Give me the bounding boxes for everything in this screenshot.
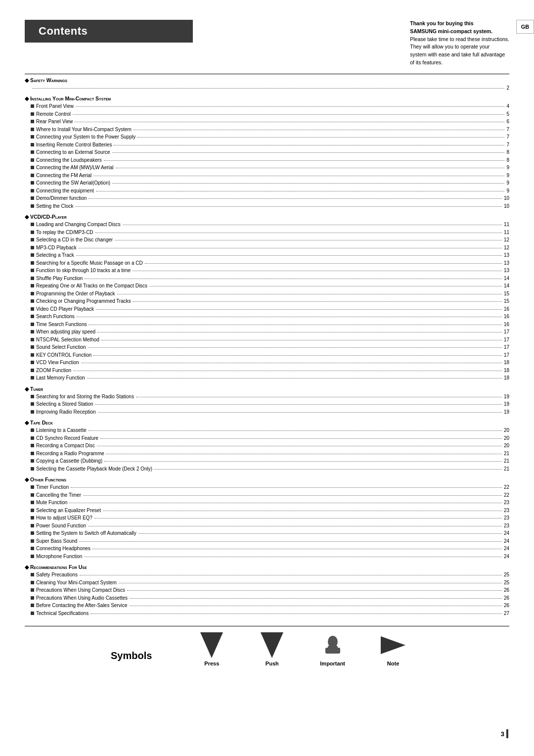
bullet-icon (31, 452, 34, 455)
toc-item-label: Shuffle Play Function (31, 275, 83, 283)
toc-item-label: Cancelling the Timer (31, 491, 81, 499)
toc-item-label: To replay the CD/MP3-CD (31, 229, 93, 236)
toc-page-num: 25 (504, 579, 509, 587)
bullet-icon (31, 485, 34, 489)
toc-item-label: KEY CONTROL Function (31, 351, 91, 359)
thank-you-line6: of its features. (410, 59, 509, 67)
bullet-icon (31, 330, 34, 333)
toc-item: Time Search Functions16 (25, 321, 509, 329)
toc-item-text: Selecting the Cassette Playback Mode (De… (36, 465, 152, 473)
toc-item-label: Repeating One or All Tracks on the Compa… (31, 282, 147, 290)
toc-item-text: Selecting a Stored Station (36, 400, 93, 408)
toc-page-num: 10 (504, 202, 509, 210)
bullet-icon (31, 189, 34, 192)
toc-page-num: 24 (504, 529, 509, 537)
bullet-icon (31, 181, 34, 185)
bullet-icon (31, 166, 34, 169)
toc-page-num: 13 (504, 267, 509, 275)
toc-item-text: KEY CONTROL Function (36, 351, 91, 359)
toc-item-label: Where to Install Your Mini-Compact Syste… (31, 126, 132, 134)
toc-page-num: 12 (504, 236, 509, 244)
bullet-icon (31, 196, 34, 200)
toc-item: Listening to a Cassette20 (25, 426, 509, 434)
toc-item-text: Safety Precautions (36, 571, 78, 579)
toc-item-text: How to adjust USER EQ? (36, 514, 92, 522)
toc-item: Setting the Clock10 (25, 202, 509, 210)
bullet-icon (31, 395, 34, 398)
toc-item-text: MP3-CD Playback (36, 244, 77, 252)
toc-item: Searching for a Specific Music Passage o… (25, 259, 509, 267)
thank-you-line5: system with ease and take full advantage (410, 51, 509, 59)
toc-item-text: Connecting the equipment (36, 187, 94, 195)
toc-page-num: 21 (504, 465, 509, 473)
toc-page-num: 9 (506, 187, 509, 195)
toc-item-label: Rear Panel View (31, 118, 73, 126)
toc-item: Search Functions16 (25, 313, 509, 321)
toc-item-label: Recording a Radio Programme (31, 450, 104, 458)
section-header-1: ◆ Installing Your Mini-Compact System (25, 95, 509, 101)
toc-page-num: 19 (504, 400, 509, 408)
bullet-icon (31, 112, 34, 116)
toc-item: Selecting the Cassette Playback Mode (De… (25, 465, 509, 473)
important-icon (320, 631, 345, 659)
bullet-icon (31, 604, 34, 607)
svg-marker-0 (200, 632, 223, 658)
toc-page-num: 8 (506, 156, 509, 164)
thank-you-line3: Please take time to read these instructi… (410, 36, 509, 44)
toc-item-text: Microphone Function (36, 553, 82, 561)
toc-item: Checking or Changing Programmed Tracks15 (25, 297, 509, 305)
toc-item-text: Remote Control (36, 110, 71, 118)
toc-item-text: Repeating One or All Tracks on the Compa… (36, 282, 147, 290)
toc-item-label: Precautions When Using Audio Cassettes (31, 594, 128, 602)
toc-page-num: 21 (504, 450, 509, 458)
toc-item-label: Connecting Headphones (31, 545, 90, 553)
toc-item-label: Power Sound Function (31, 522, 86, 530)
toc-item-text: Connecting to an External Source (36, 148, 110, 156)
toc-page-num: 23 (504, 507, 509, 515)
bullet-icon (31, 459, 34, 463)
toc-item: Connecting the SW Aerial(Option)9 (25, 179, 509, 187)
page-number: 3 (501, 730, 504, 738)
toc-page-num: 13 (504, 251, 509, 259)
toc-item-text: When adjusting play speed (36, 328, 95, 336)
toc-section-6: ◆ Recommendations For UseSafety Precauti… (25, 564, 509, 617)
toc-item-text: Time Search Functions (36, 321, 87, 329)
toc-item: Connecting the AM (MW)/LW Aerial9 (25, 164, 509, 172)
toc-item: Setting the System to Switch off Automat… (25, 529, 509, 537)
toc-item: Recording a Compact Disc20 (25, 442, 509, 450)
toc-section-1: ◆ Installing Your Mini-Compact SystemFro… (25, 95, 509, 210)
toc-page-num: 24 (504, 537, 509, 545)
toc-item-text: Connecting your System to the Power Supp… (36, 133, 135, 141)
toc-item-text: Last Memory Function (36, 374, 85, 382)
toc-item: NTSC/PAL Selection Method17 (25, 336, 509, 344)
toc-item-text: Searching for a Specific Music Passage o… (36, 259, 143, 267)
toc-item-label: Improving Radio Reception (31, 408, 96, 416)
toc-item-text: Connecting the FM Aerial (36, 172, 91, 180)
symbol-note: Note (381, 631, 405, 666)
toc-item: When adjusting play speed17 (25, 328, 509, 336)
toc-item: Copying a Cassette (Dubbing)21 (25, 457, 509, 465)
gb-label: GB (521, 24, 530, 30)
header-area: Contents Thank you for buying this SAMSU… (25, 20, 509, 67)
toc-item-label: Sound Select Function (31, 343, 86, 351)
toc-item: Connecting the Loudspeakers8 (25, 156, 509, 164)
toc-section-3: ◆ TunerSearching for and Storing the Rad… (25, 386, 509, 416)
toc-page-num: 20 (504, 442, 509, 450)
toc-item-label: Precautions When Using Compact Discs (31, 586, 125, 594)
bullet-icon (31, 531, 34, 535)
toc-page-num: 26 (504, 586, 509, 594)
toc-item-label: Copying a Cassette (Dubbing) (31, 457, 102, 465)
toc-item: Repeating One or All Tracks on the Compa… (25, 282, 509, 290)
toc-item-text: Recording a Radio Programme (36, 450, 104, 458)
toc-item-label: Safety Precautions (31, 571, 78, 579)
bullet-icon (31, 277, 34, 280)
toc-item: Mute Function23 (25, 499, 509, 507)
toc-item: Cancelling the Timer22 (25, 491, 509, 499)
toc-item-label: Cleaning Your Mini-Compact System (31, 579, 117, 587)
toc-item-label: Time Search Functions (31, 321, 87, 329)
toc-item: Rear Panel View6 (25, 118, 509, 126)
toc-page-num: 16 (504, 321, 509, 329)
toc-item-text: Setting the System to Switch off Automat… (36, 529, 136, 537)
bullet-icon (31, 516, 34, 520)
toc-page-num: 17 (504, 343, 509, 351)
